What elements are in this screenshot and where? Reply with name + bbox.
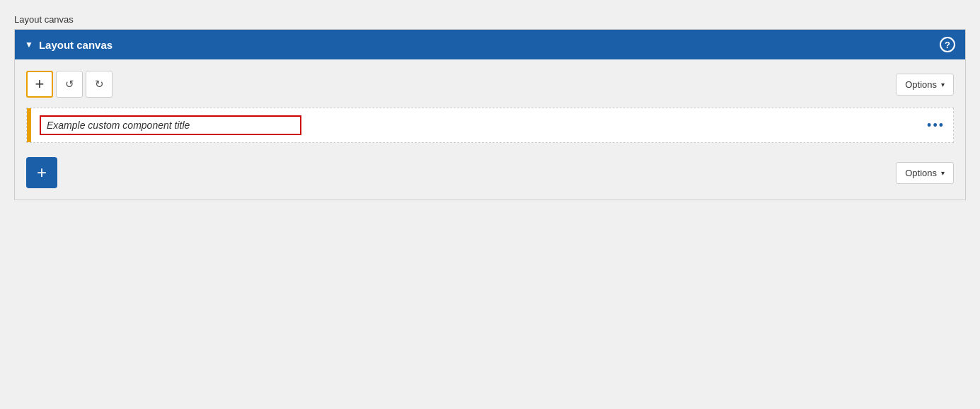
undo-icon: ↺: [65, 78, 74, 91]
options-button-top[interactable]: Options ▾: [896, 74, 954, 96]
redo-button[interactable]: ↻: [86, 71, 113, 98]
add-button-bottom[interactable]: +: [26, 157, 57, 188]
options-label-bottom: Options: [905, 168, 937, 178]
outer-container: Layout canvas ▼ Layout canvas ? + ↺ ↻: [14, 14, 966, 200]
help-button[interactable]: ?: [940, 37, 955, 52]
component-title-input[interactable]: [40, 115, 301, 135]
component-more-actions[interactable]: •••: [918, 118, 953, 133]
options-label-top: Options: [905, 79, 937, 90]
options-dropdown-arrow-top: ▾: [941, 81, 945, 88]
panel-title: Layout canvas: [39, 39, 113, 51]
redo-icon: ↻: [95, 78, 104, 91]
panel-header: ▼ Layout canvas ?: [15, 30, 965, 59]
component-row: •••: [26, 108, 954, 143]
panel-collapse-arrow[interactable]: ▼: [25, 40, 33, 50]
add-button-top[interactable]: +: [26, 71, 53, 98]
bottom-toolbar: + Options ▾: [26, 157, 954, 188]
layout-canvas-panel: ▼ Layout canvas ? + ↺ ↻ Options: [14, 29, 966, 200]
options-button-bottom[interactable]: Options ▾: [896, 162, 954, 184]
undo-button[interactable]: ↺: [56, 71, 83, 98]
toolbar-left: + ↺ ↻: [26, 71, 113, 98]
panel-body: + ↺ ↻ Options ▾ •: [15, 59, 965, 200]
top-toolbar: + ↺ ↻ Options ▾: [26, 71, 954, 98]
component-content: [31, 108, 918, 142]
options-dropdown-arrow-bottom: ▾: [941, 169, 945, 177]
page-label: Layout canvas: [14, 14, 966, 25]
panel-header-left: ▼ Layout canvas: [25, 39, 113, 51]
